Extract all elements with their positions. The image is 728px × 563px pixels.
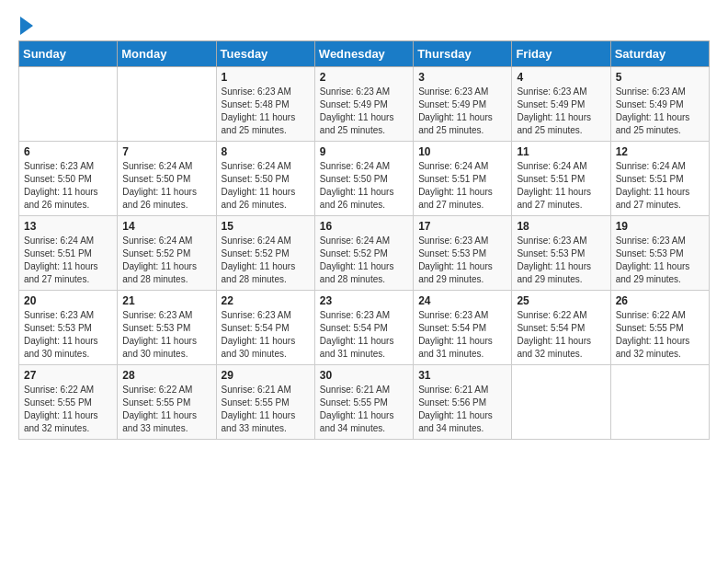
- calendar-cell: 9Sunrise: 6:24 AM Sunset: 5:50 PM Daylig…: [314, 142, 413, 216]
- calendar-cell: 10Sunrise: 6:24 AM Sunset: 5:51 PM Dayli…: [414, 142, 512, 216]
- day-number: 27: [24, 369, 112, 382]
- day-number: 12: [616, 145, 704, 158]
- day-header-monday: Monday: [118, 41, 216, 67]
- calendar-cell: 1Sunrise: 6:23 AM Sunset: 5:48 PM Daylig…: [216, 67, 314, 142]
- calendar-cell: 8Sunrise: 6:24 AM Sunset: 5:50 PM Daylig…: [216, 142, 314, 216]
- day-number: 5: [616, 71, 704, 84]
- day-info: Sunrise: 6:23 AM Sunset: 5:54 PM Dayligh…: [320, 309, 408, 361]
- calendar-cell: [118, 67, 216, 142]
- day-number: 8: [222, 145, 310, 158]
- calendar-cell: 7Sunrise: 6:24 AM Sunset: 5:50 PM Daylig…: [118, 142, 216, 216]
- day-info: Sunrise: 6:24 AM Sunset: 5:50 PM Dayligh…: [122, 160, 210, 212]
- day-number: 23: [320, 294, 408, 307]
- calendar-cell: 12Sunrise: 6:24 AM Sunset: 5:51 PM Dayli…: [610, 142, 709, 216]
- day-number: 20: [24, 294, 112, 307]
- day-number: 13: [24, 220, 112, 233]
- day-info: Sunrise: 6:23 AM Sunset: 5:53 PM Dayligh…: [24, 309, 112, 361]
- day-header-friday: Friday: [512, 41, 610, 67]
- calendar-cell: 23Sunrise: 6:23 AM Sunset: 5:54 PM Dayli…: [314, 291, 413, 365]
- day-info: Sunrise: 6:22 AM Sunset: 5:55 PM Dayligh…: [122, 384, 210, 435]
- day-info: Sunrise: 6:23 AM Sunset: 5:53 PM Dayligh…: [517, 235, 605, 286]
- day-number: 3: [418, 71, 506, 84]
- day-number: 16: [320, 220, 408, 233]
- day-header-tuesday: Tuesday: [216, 41, 314, 67]
- day-info: Sunrise: 6:23 AM Sunset: 5:54 PM Dayligh…: [418, 309, 506, 361]
- day-number: 4: [517, 71, 605, 84]
- day-info: Sunrise: 6:21 AM Sunset: 5:56 PM Dayligh…: [418, 384, 506, 435]
- day-header-saturday: Saturday: [610, 41, 709, 67]
- day-number: 15: [222, 220, 310, 233]
- day-info: Sunrise: 6:24 AM Sunset: 5:50 PM Dayligh…: [222, 160, 310, 212]
- day-number: 30: [320, 369, 408, 382]
- day-info: Sunrise: 6:24 AM Sunset: 5:52 PM Dayligh…: [122, 235, 210, 286]
- calendar-cell: 5Sunrise: 6:23 AM Sunset: 5:49 PM Daylig…: [610, 67, 709, 142]
- calendar-cell: [610, 365, 709, 440]
- calendar-cell: 6Sunrise: 6:23 AM Sunset: 5:50 PM Daylig…: [19, 142, 118, 216]
- calendar-cell: [512, 365, 610, 440]
- day-number: 7: [122, 145, 210, 158]
- calendar-cell: 19Sunrise: 6:23 AM Sunset: 5:53 PM Dayli…: [610, 216, 709, 291]
- calendar-table: SundayMondayTuesdayWednesdayThursdayFrid…: [18, 40, 710, 440]
- day-info: Sunrise: 6:22 AM Sunset: 5:55 PM Dayligh…: [24, 384, 112, 435]
- day-header-thursday: Thursday: [414, 41, 512, 67]
- calendar-cell: 24Sunrise: 6:23 AM Sunset: 5:54 PM Dayli…: [414, 291, 512, 365]
- day-info: Sunrise: 6:24 AM Sunset: 5:50 PM Dayligh…: [320, 160, 408, 212]
- day-info: Sunrise: 6:24 AM Sunset: 5:51 PM Dayligh…: [616, 160, 704, 212]
- calendar-cell: 3Sunrise: 6:23 AM Sunset: 5:49 PM Daylig…: [414, 67, 512, 142]
- calendar-cell: 4Sunrise: 6:23 AM Sunset: 5:49 PM Daylig…: [512, 67, 610, 142]
- day-info: Sunrise: 6:23 AM Sunset: 5:53 PM Dayligh…: [122, 309, 210, 361]
- calendar-cell: 20Sunrise: 6:23 AM Sunset: 5:53 PM Dayli…: [19, 291, 118, 365]
- day-number: 10: [418, 145, 506, 158]
- day-info: Sunrise: 6:24 AM Sunset: 5:51 PM Dayligh…: [418, 160, 506, 212]
- day-number: 26: [616, 294, 704, 307]
- calendar-cell: 16Sunrise: 6:24 AM Sunset: 5:52 PM Dayli…: [314, 216, 413, 291]
- calendar-cell: 14Sunrise: 6:24 AM Sunset: 5:52 PM Dayli…: [118, 216, 216, 291]
- day-number: 17: [418, 220, 506, 233]
- page-header: [18, 18, 710, 31]
- logo-arrow-icon: [20, 17, 33, 35]
- day-number: 11: [517, 145, 605, 158]
- day-number: 1: [222, 71, 310, 84]
- day-info: Sunrise: 6:21 AM Sunset: 5:55 PM Dayligh…: [320, 384, 408, 435]
- calendar-cell: 26Sunrise: 6:22 AM Sunset: 5:55 PM Dayli…: [610, 291, 709, 365]
- day-number: 25: [517, 294, 605, 307]
- calendar-cell: 15Sunrise: 6:24 AM Sunset: 5:52 PM Dayli…: [216, 216, 314, 291]
- calendar-cell: 30Sunrise: 6:21 AM Sunset: 5:55 PM Dayli…: [314, 365, 413, 440]
- day-info: Sunrise: 6:21 AM Sunset: 5:55 PM Dayligh…: [222, 384, 310, 435]
- calendar-cell: 13Sunrise: 6:24 AM Sunset: 5:51 PM Dayli…: [19, 216, 118, 291]
- day-number: 9: [320, 145, 408, 158]
- day-info: Sunrise: 6:22 AM Sunset: 5:55 PM Dayligh…: [616, 309, 704, 361]
- day-info: Sunrise: 6:23 AM Sunset: 5:49 PM Dayligh…: [517, 86, 605, 137]
- day-info: Sunrise: 6:24 AM Sunset: 5:51 PM Dayligh…: [24, 235, 112, 286]
- day-info: Sunrise: 6:23 AM Sunset: 5:50 PM Dayligh…: [24, 160, 112, 212]
- day-number: 31: [418, 369, 506, 382]
- calendar-cell: 29Sunrise: 6:21 AM Sunset: 5:55 PM Dayli…: [216, 365, 314, 440]
- day-info: Sunrise: 6:23 AM Sunset: 5:49 PM Dayligh…: [616, 86, 704, 137]
- day-number: 2: [320, 71, 408, 84]
- calendar-cell: 27Sunrise: 6:22 AM Sunset: 5:55 PM Dayli…: [19, 365, 118, 440]
- calendar-cell: 25Sunrise: 6:22 AM Sunset: 5:54 PM Dayli…: [512, 291, 610, 365]
- day-info: Sunrise: 6:23 AM Sunset: 5:54 PM Dayligh…: [222, 309, 310, 361]
- calendar-cell: 22Sunrise: 6:23 AM Sunset: 5:54 PM Dayli…: [216, 291, 314, 365]
- calendar-cell: 31Sunrise: 6:21 AM Sunset: 5:56 PM Dayli…: [414, 365, 512, 440]
- day-info: Sunrise: 6:24 AM Sunset: 5:51 PM Dayligh…: [517, 160, 605, 212]
- day-number: 18: [517, 220, 605, 233]
- day-number: 29: [222, 369, 310, 382]
- calendar-cell: 28Sunrise: 6:22 AM Sunset: 5:55 PM Dayli…: [118, 365, 216, 440]
- day-number: 22: [222, 294, 310, 307]
- calendar-cell: 17Sunrise: 6:23 AM Sunset: 5:53 PM Dayli…: [414, 216, 512, 291]
- day-info: Sunrise: 6:23 AM Sunset: 5:49 PM Dayligh…: [418, 86, 506, 137]
- calendar-cell: 18Sunrise: 6:23 AM Sunset: 5:53 PM Dayli…: [512, 216, 610, 291]
- calendar-cell: [19, 67, 118, 142]
- day-info: Sunrise: 6:23 AM Sunset: 5:49 PM Dayligh…: [320, 86, 408, 137]
- day-info: Sunrise: 6:24 AM Sunset: 5:52 PM Dayligh…: [222, 235, 310, 286]
- day-info: Sunrise: 6:22 AM Sunset: 5:54 PM Dayligh…: [517, 309, 605, 361]
- calendar-cell: 21Sunrise: 6:23 AM Sunset: 5:53 PM Dayli…: [118, 291, 216, 365]
- day-info: Sunrise: 6:24 AM Sunset: 5:52 PM Dayligh…: [320, 235, 408, 286]
- day-header-wednesday: Wednesday: [314, 41, 413, 67]
- day-number: 14: [122, 220, 210, 233]
- day-number: 19: [616, 220, 704, 233]
- day-number: 21: [122, 294, 210, 307]
- calendar-cell: 11Sunrise: 6:24 AM Sunset: 5:51 PM Dayli…: [512, 142, 610, 216]
- day-info: Sunrise: 6:23 AM Sunset: 5:48 PM Dayligh…: [222, 86, 310, 137]
